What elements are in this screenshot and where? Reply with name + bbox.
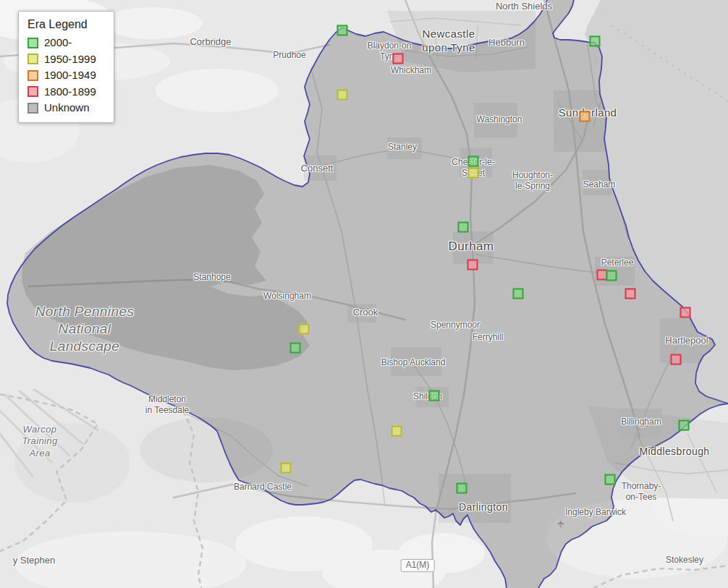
era-marker-1950[interactable] <box>337 90 348 101</box>
legend-label: 1800-1899 <box>44 86 96 98</box>
legend-label: 2000- <box>44 37 72 49</box>
map[interactable]: A1(M) ✈ Newcastle upon TyneNorth Shields… <box>0 0 728 588</box>
era-marker-2000[interactable] <box>605 474 616 485</box>
era-marker-1900[interactable] <box>580 111 591 122</box>
era-marker-2000[interactable] <box>468 156 479 167</box>
legend-swatch-unknown <box>27 103 38 114</box>
legend-label: 1950-1999 <box>44 54 96 66</box>
era-marker-2000[interactable] <box>606 270 617 281</box>
era-marker-1950[interactable] <box>468 168 479 179</box>
era-marker-2000[interactable] <box>290 343 301 354</box>
era-marker-1800[interactable] <box>467 260 478 270</box>
legend-swatch-1800 <box>27 86 38 97</box>
era-legend: Era Legend 2000-1950-19991900-19491800-1… <box>18 11 114 123</box>
legend-title: Era Legend <box>27 18 105 31</box>
legend-row-1900: 1900-1949 <box>27 69 105 82</box>
legend-swatch-2000 <box>27 38 38 48</box>
era-marker-1800[interactable] <box>671 354 682 365</box>
era-marker-1950[interactable] <box>391 426 402 437</box>
era-marker-2000[interactable] <box>457 483 467 494</box>
legend-label: Unknown <box>44 102 90 114</box>
legend-swatch-1950 <box>27 54 38 64</box>
legend-swatch-1900 <box>27 70 38 81</box>
era-marker-1950[interactable] <box>281 463 292 474</box>
legend-row-1800: 1800-1899 <box>27 86 105 98</box>
era-marker-1950[interactable] <box>299 324 310 335</box>
era-marker-1800[interactable] <box>393 54 404 64</box>
era-marker-2000[interactable] <box>458 222 469 233</box>
era-marker-2000[interactable] <box>679 420 690 431</box>
legend-row-1950: 1950-1999 <box>27 54 105 66</box>
era-marker-2000[interactable] <box>513 289 524 299</box>
era-marker-2000[interactable] <box>590 36 601 47</box>
legend-label: 1900-1949 <box>44 69 96 82</box>
legend-row-2000: 2000- <box>27 37 105 49</box>
era-marker-2000[interactable] <box>337 25 348 36</box>
legend-items: 2000-1950-19991900-19491800-1899Unknown <box>27 37 105 114</box>
legend-row-unknown: Unknown <box>27 102 105 114</box>
era-marker-1800[interactable] <box>680 307 691 318</box>
era-marker-2000[interactable] <box>429 391 440 401</box>
era-marker-1800[interactable] <box>625 289 636 299</box>
